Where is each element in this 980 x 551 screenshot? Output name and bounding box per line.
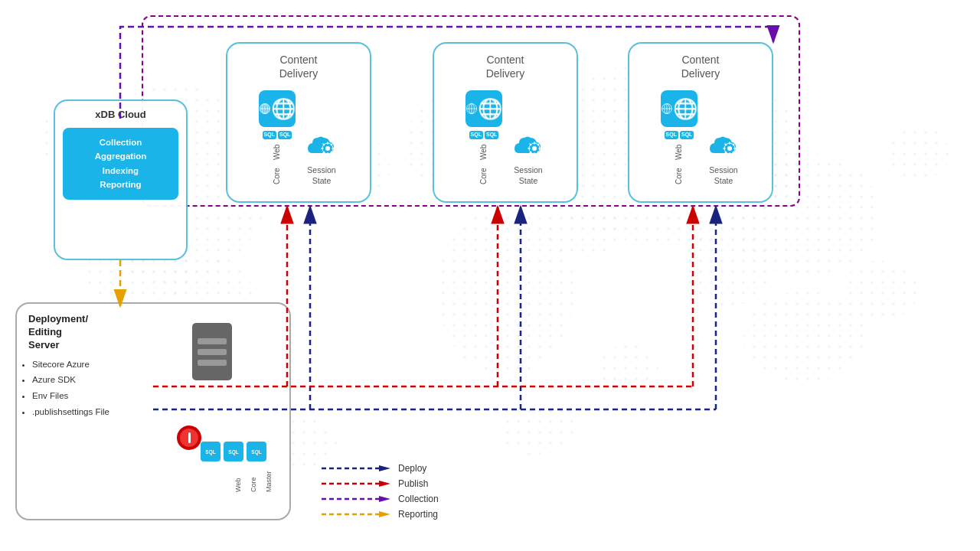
- legend-deploy-label: Deploy: [398, 463, 426, 474]
- deploy-title: Deployment/EditingServer: [17, 304, 289, 354]
- deploy-item-3: Env Files: [32, 388, 278, 404]
- cd-title-1: ContentDelivery: [227, 44, 370, 84]
- core-label-3: Core: [675, 165, 683, 187]
- deploy-sql-badges: SQL SQL SQL: [201, 442, 266, 461]
- legend-reporting: Reporting: [322, 509, 439, 520]
- session-icon-group-3: SessionState: [707, 131, 740, 186]
- legend-reporting-label: Reporting: [398, 509, 438, 520]
- globe-icon-3: [661, 90, 697, 127]
- web-icon-group-1: SQL SQL Web Core: [259, 90, 296, 186]
- core-label-1: Core: [273, 165, 281, 187]
- deploy-item-4: .publishsettings File: [32, 404, 278, 420]
- legend-publish-label: Publish: [398, 478, 428, 489]
- svg-point-36: [727, 146, 732, 151]
- xdb-aggregation: Aggregation: [95, 152, 147, 161]
- deploy-list: Sitecore Azure Azure SDK Env Files .publ…: [17, 354, 289, 423]
- svg-marker-38: [379, 465, 390, 471]
- svg-point-30: [532, 146, 537, 151]
- session-label-3: SessionState: [709, 165, 737, 186]
- svg-point-15: [597, 344, 658, 390]
- deployment-box: Deployment/EditingServer Sitecore Azure …: [15, 302, 291, 520]
- xdb-reporting: Reporting: [100, 180, 141, 189]
- session-icon-group-1: SessionState: [305, 131, 338, 186]
- web-label-3: Web: [675, 142, 683, 163]
- cd-box-1: ContentDelivery SQL SQL Web Core: [226, 42, 371, 203]
- web-label-1: Web: [273, 142, 281, 163]
- globe-icon-1: [259, 90, 296, 127]
- xdb-collection: Collection: [100, 138, 142, 147]
- cd-box-3: ContentDelivery SQL SQL Web Core: [628, 42, 773, 203]
- cd-box-2: ContentDelivery SQL SQL Web Core: [433, 42, 578, 203]
- xdb-inner-box: Collection Aggregation Indexing Reportin…: [63, 128, 178, 200]
- db-label-master: Master: [265, 472, 273, 492]
- sql-badge-web-1: SQL: [263, 131, 276, 139]
- svg-point-12: [842, 260, 919, 321]
- legend-collection: Collection: [322, 494, 439, 504]
- svg-point-17: [498, 402, 574, 455]
- cloud-gear-3: [707, 131, 740, 161]
- db-label-core: Core: [250, 472, 257, 492]
- legend-publish: Publish: [322, 478, 439, 489]
- core-label-2: Core: [480, 165, 488, 187]
- db-label-web: Web: [234, 472, 242, 492]
- session-label-2: SessionState: [514, 165, 542, 186]
- xdb-title: xDB Cloud: [55, 101, 186, 124]
- svg-point-24: [325, 146, 330, 151]
- svg-point-11: [681, 230, 773, 306]
- web-label-2: Web: [480, 142, 488, 163]
- session-icon-group-2: SessionState: [511, 131, 545, 186]
- svg-point-10: [544, 199, 620, 260]
- web-icon-group-3: SQL SQL Web Core: [661, 90, 697, 186]
- svg-marker-40: [379, 481, 390, 487]
- deploy-item-2: Azure SDK: [32, 372, 278, 388]
- legend: Deploy Publish Collection Reporting: [322, 463, 439, 524]
- sql-core: SQL: [224, 442, 243, 461]
- db-labels: Web Core Master: [234, 472, 273, 492]
- deploy-item-1: Sitecore Azure: [32, 357, 278, 373]
- cloud-gear-2: [511, 131, 545, 161]
- legend-collection-label: Collection: [398, 494, 439, 504]
- svg-marker-42: [379, 496, 390, 502]
- svg-point-13: [888, 126, 949, 180]
- deploy-indicator: [177, 425, 201, 450]
- svg-marker-44: [379, 511, 390, 517]
- cloud-gear-1: [305, 131, 338, 161]
- cd-title-3: ContentDelivery: [629, 44, 772, 84]
- sql-badge-web-2: SQL: [278, 131, 292, 139]
- sql-badge-web3-2: SQL: [680, 131, 694, 139]
- sql-master: SQL: [247, 442, 266, 461]
- xdb-indexing: Indexing: [103, 166, 139, 175]
- cd-title-2: ContentDelivery: [434, 44, 577, 84]
- sql-badge-web3-1: SQL: [665, 131, 678, 139]
- session-label-1: SessionState: [307, 165, 335, 186]
- legend-deploy: Deploy: [322, 463, 439, 474]
- xdb-cloud-box: xDB Cloud Collection Aggregation Indexin…: [54, 99, 188, 260]
- globe-icon-2: [466, 90, 502, 127]
- sql-badge-web2-2: SQL: [485, 131, 498, 139]
- server-tower-icon: [192, 323, 232, 380]
- web-icon-group-2: SQL SQL Web Core: [466, 90, 502, 186]
- sql-web: SQL: [201, 442, 220, 461]
- sql-badge-web2-1: SQL: [469, 131, 483, 139]
